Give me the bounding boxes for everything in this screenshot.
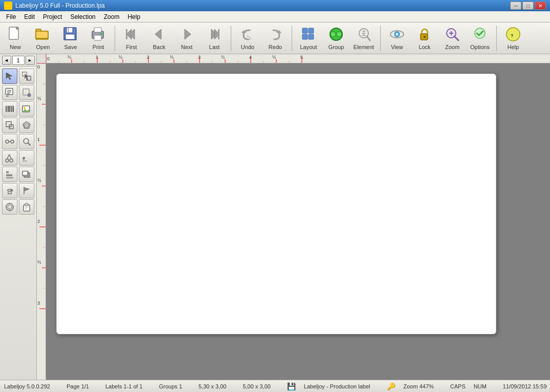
- svg-rect-72: [6, 122, 11, 127]
- tool-shape-multi[interactable]: [19, 118, 34, 133]
- svg-point-82: [10, 159, 13, 162]
- tool-connect[interactable]: [2, 134, 17, 149]
- svg-text:½: ½: [170, 55, 174, 60]
- last-label: Last: [209, 44, 220, 50]
- element-button[interactable]: Element: [350, 24, 377, 53]
- svg-rect-29: [309, 34, 314, 39]
- svg-rect-92: [23, 171, 28, 175]
- tool-search[interactable]: [19, 134, 34, 149]
- svg-point-40: [396, 33, 398, 35]
- options-button[interactable]: Options: [467, 24, 493, 53]
- page-next-button[interactable]: ►: [26, 56, 35, 65]
- view-button[interactable]: View: [384, 24, 410, 53]
- minimize-button[interactable]: ─: [510, 2, 521, 10]
- save-icon: [62, 27, 79, 43]
- status-groups: Groups 1: [159, 383, 182, 389]
- zoom-label: Zoom: [445, 44, 459, 50]
- menu-selection[interactable]: Selection: [66, 11, 99, 22]
- layout-button[interactable]: Layout: [295, 24, 322, 53]
- save-button[interactable]: Save: [57, 24, 84, 53]
- back-icon: [151, 27, 167, 43]
- svg-point-77: [11, 140, 14, 143]
- tool-cut[interactable]: [2, 150, 17, 166]
- tool-image[interactable]: [19, 101, 34, 117]
- tool-flag[interactable]: [19, 183, 34, 198]
- menu-project[interactable]: Project: [39, 11, 66, 22]
- status-size2: 5,00 x 3,00: [243, 383, 270, 389]
- options-icon: [472, 27, 488, 43]
- tool-text[interactable]: [2, 85, 17, 100]
- back-button[interactable]: Back: [146, 24, 172, 53]
- next-icon: [179, 27, 195, 43]
- zoom-button[interactable]: Zoom: [439, 24, 466, 53]
- label-canvas: [56, 74, 496, 334]
- open-label: Open: [36, 44, 50, 50]
- page-prev-button[interactable]: ◄: [2, 56, 11, 65]
- tool-paste[interactable]: [19, 199, 34, 215]
- tool-palette: #: [0, 66, 36, 217]
- undo-button[interactable]: Undo: [234, 24, 261, 53]
- first-icon: [123, 27, 140, 43]
- new-button[interactable]: New: [2, 24, 29, 53]
- svg-marker-75: [24, 123, 29, 128]
- svg-point-31: [331, 32, 336, 37]
- redo-button[interactable]: Redo: [262, 24, 289, 53]
- tool-target[interactable]: [2, 199, 17, 215]
- svg-rect-68: [13, 106, 14, 112]
- maximize-button[interactable]: □: [522, 2, 534, 10]
- menu-file[interactable]: File: [2, 11, 20, 22]
- svg-text:3: 3: [37, 301, 40, 306]
- tool-rotate[interactable]: [2, 183, 17, 198]
- tool-barcode[interactable]: [2, 101, 17, 117]
- status-description: Labeljoy - Production label: [304, 383, 370, 389]
- svg-point-32: [337, 32, 342, 37]
- svg-text:2: 2: [147, 55, 149, 60]
- menu-edit[interactable]: Edit: [20, 11, 39, 22]
- first-button[interactable]: First: [118, 24, 145, 53]
- status-datetime: 11/09/2012 15:59: [503, 383, 547, 389]
- svg-line-83: [7, 154, 9, 159]
- window-title: Labeljoy 5.0 Full - Production.lpa: [15, 2, 105, 9]
- svg-rect-104: [25, 203, 28, 206]
- open-button[interactable]: Open: [30, 24, 56, 53]
- layout-icon: [300, 27, 317, 43]
- tool-number[interactable]: #: [19, 150, 34, 166]
- lock-button[interactable]: Lock: [411, 24, 438, 53]
- ruler-h-svg: 0 ½ 1 ½ 2 ½ 3 ½ 4: [46, 54, 550, 63]
- tool-layer[interactable]: [19, 167, 34, 182]
- ruler-corner: [37, 54, 46, 63]
- print-button[interactable]: Print: [85, 24, 112, 53]
- last-button[interactable]: Last: [201, 24, 228, 53]
- next-label: Next: [181, 44, 193, 50]
- status-page: Page 1/1: [67, 383, 89, 389]
- group-icon: [328, 27, 344, 43]
- help-button[interactable]: ? Help: [500, 24, 526, 53]
- title-bar: Labeljoy 5.0 Full - Production.lpa ─ □ ✕: [0, 0, 550, 11]
- tool-align[interactable]: [2, 167, 17, 182]
- tool-select-arrow[interactable]: [2, 68, 17, 84]
- left-toolbar: ◄ 1 ►: [0, 54, 37, 380]
- page-nav: ◄ 1 ►: [0, 54, 36, 66]
- status-caps: CAPS: [450, 383, 466, 389]
- tool-select-multi[interactable]: [19, 68, 34, 84]
- next-button[interactable]: Next: [173, 24, 200, 53]
- svg-rect-26: [302, 28, 307, 33]
- svg-text:3: 3: [198, 55, 201, 60]
- svg-rect-11: [68, 28, 69, 32]
- group-button[interactable]: Group: [323, 24, 349, 53]
- close-button[interactable]: ✕: [535, 2, 546, 10]
- svg-point-81: [6, 159, 9, 162]
- canvas-scroll[interactable]: [46, 63, 550, 380]
- tool-shape-rect[interactable]: [2, 118, 17, 133]
- svg-point-15: [100, 33, 102, 35]
- tool-resize[interactable]: [19, 85, 34, 100]
- menu-zoom[interactable]: Zoom: [100, 11, 124, 22]
- svg-marker-50: [6, 73, 12, 80]
- status-zoom: Zoom 447%: [404, 383, 434, 389]
- menu-help[interactable]: Help: [123, 11, 144, 22]
- help-icon: ?: [505, 27, 521, 43]
- svg-rect-9: [67, 28, 73, 33]
- lock-label: Lock: [419, 44, 430, 50]
- svg-point-97: [6, 203, 13, 211]
- app-icon: [4, 2, 12, 10]
